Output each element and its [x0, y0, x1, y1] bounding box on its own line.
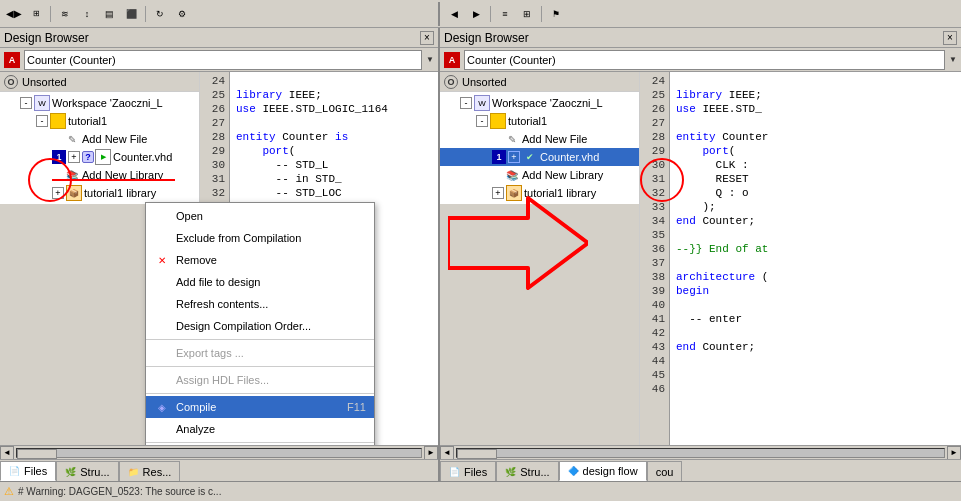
left-add-library-item[interactable]: 📚 Add New Library	[0, 166, 199, 184]
open-icon	[154, 208, 170, 224]
menu-compilation-order-label: Design Compilation Order...	[176, 320, 311, 332]
add-file-icon: ✎	[64, 131, 80, 147]
menu-add-label: Add file to design	[176, 276, 260, 288]
right-design-browser-header: Design Browser ×	[440, 28, 961, 48]
toolbar-btn-7[interactable]: ↻	[150, 4, 170, 24]
left-counter-vhd-label: Counter.vhd	[113, 151, 172, 163]
left-dropdown-row: A Counter (Counter) ▼	[0, 48, 438, 72]
menu-compilation-order[interactable]: Design Compilation Order...	[146, 315, 374, 337]
menu-export-tags-label: Export tags ...	[176, 347, 244, 359]
right-project-dropdown[interactable]: Counter (Counter)	[464, 50, 945, 70]
tab-structure-left[interactable]: 🌿 Stru...	[56, 461, 118, 481]
toolbar-btn-2[interactable]: ⊞	[26, 4, 46, 24]
expand-tutorial1-icon[interactable]: -	[36, 115, 48, 127]
menu-assign-hdl-label: Assign HDL Files...	[176, 374, 269, 386]
right-add-file-label: Add New File	[522, 133, 587, 145]
right-scroll-left[interactable]: ◄	[440, 446, 454, 460]
menu-exclude[interactable]: Exclude from Compilation	[146, 227, 374, 249]
left-panel: Design Browser × A Counter (Counter) ▼ O…	[0, 28, 440, 481]
left-library-item[interactable]: + 📦 tutorial1 library	[0, 184, 199, 202]
left-counter-vhd-item[interactable]: 1 + ? ▶ Counter.vhd	[0, 148, 199, 166]
right-workspace-item[interactable]: - W Workspace 'Zaoczni_L	[440, 94, 639, 112]
right-scroll-thumb[interactable]	[457, 449, 497, 459]
add-library-icon: 📚	[64, 167, 80, 183]
menu-compile[interactable]: ◈ Compile F11	[146, 396, 374, 418]
left-tree-header-label: Unsorted	[22, 76, 67, 88]
analyze-icon	[154, 421, 170, 437]
left-project-dropdown[interactable]: Counter (Counter)	[24, 50, 422, 70]
menu-open-label: Open	[176, 210, 203, 222]
menu-remove-label: Remove	[176, 254, 217, 266]
tab-res-left[interactable]: 📁 Res...	[119, 461, 181, 481]
menu-refresh-label: Refresh contents...	[176, 298, 268, 310]
menu-refresh[interactable]: Refresh contents...	[146, 293, 374, 315]
toolbar-btn-r2[interactable]: ▶	[466, 4, 486, 24]
status-text: # Warning: DAGGEN_0523: The source is c.…	[18, 486, 221, 497]
left-tutorial1-item[interactable]: - tutorial1	[0, 112, 199, 130]
right-counter-expand[interactable]: +	[508, 151, 520, 163]
menu-open[interactable]: Open	[146, 205, 374, 227]
toolbar-btn-6[interactable]: ⬛	[121, 4, 141, 24]
toolbar-btn-r1[interactable]: ◀	[444, 4, 464, 24]
left-workspace-label: Workspace 'Zaoczni_L	[52, 97, 163, 109]
toolbar-btn-r3[interactable]: ≡	[495, 4, 515, 24]
left-close-btn[interactable]: ×	[420, 31, 434, 45]
left-library-expand[interactable]: +	[52, 187, 64, 199]
right-num-badge: 1	[492, 150, 506, 164]
left-scroll-left[interactable]: ◄	[0, 446, 14, 460]
toolbar-btn-3[interactable]: ≋	[55, 4, 75, 24]
left-dropdown-arrow: ▼	[426, 55, 434, 64]
left-design-browser-header: Design Browser ×	[0, 28, 438, 48]
separator-4	[146, 442, 374, 443]
menu-add-to-design[interactable]: Add file to design	[146, 271, 374, 293]
tab-structure-left-icon: 🌿	[65, 467, 76, 477]
tab-files-right-icon: 📄	[449, 467, 460, 477]
compile-icon: ◈	[154, 399, 170, 415]
tab-files-left[interactable]: 📄 Files	[0, 461, 56, 481]
add-to-design-icon	[154, 274, 170, 290]
left-counter-expand[interactable]: +	[68, 151, 80, 163]
menu-compile-label: Compile	[176, 401, 216, 413]
expand-workspace-icon[interactable]: -	[20, 97, 32, 109]
right-counter-vhd-item[interactable]: 1 + ✔ Counter.vhd	[440, 148, 639, 166]
compilation-order-icon	[154, 318, 170, 334]
toolbar-btn-5[interactable]: ▤	[99, 4, 119, 24]
right-tree-header: O Unsorted	[440, 72, 639, 92]
tab-cou[interactable]: cou	[647, 461, 683, 481]
tab-files-left-icon: 📄	[9, 466, 20, 476]
tab-design-flow[interactable]: 🔷 design flow	[559, 461, 647, 481]
right-counter-icon: A	[444, 52, 460, 68]
right-workspace-icon: W	[474, 95, 490, 111]
tab-files-right[interactable]: 📄 Files	[440, 461, 496, 481]
right-close-btn[interactable]: ×	[943, 31, 957, 45]
right-scroll-track	[456, 448, 945, 458]
left-hscrollbar[interactable]: ◄ ►	[0, 445, 438, 459]
toolbar-btn-4[interactable]: ↕	[77, 4, 97, 24]
menu-analyze[interactable]: Analyze	[146, 418, 374, 440]
left-scroll-thumb[interactable]	[17, 449, 57, 459]
right-expand-tutorial1[interactable]: -	[476, 115, 488, 127]
left-counter-icon: A	[4, 52, 20, 68]
toolbar-btn-8[interactable]: ⚙	[172, 4, 192, 24]
menu-remove[interactable]: ✕ Remove	[146, 249, 374, 271]
left-question-badge: ?	[82, 151, 94, 163]
right-workspace-label: Workspace 'Zaoczni_L	[492, 97, 603, 109]
right-tutorial1-item[interactable]: - tutorial1	[440, 112, 639, 130]
tab-res-left-label: Res...	[143, 466, 172, 478]
export-tags-icon	[154, 345, 170, 361]
right-hscrollbar[interactable]: ◄ ►	[440, 445, 961, 459]
tab-structure-right[interactable]: 🌿 Stru...	[496, 461, 558, 481]
right-tree-header-icon: O	[444, 75, 458, 89]
toolbar-btn-r5[interactable]: ⚑	[546, 4, 566, 24]
toolbar-btn-r4[interactable]: ⊞	[517, 4, 537, 24]
left-scroll-right[interactable]: ►	[424, 446, 438, 460]
right-add-file-item[interactable]: ✎ Add New File	[440, 130, 639, 148]
assign-hdl-icon	[154, 372, 170, 388]
left-workspace-item[interactable]: - W Workspace 'Zaoczni_L	[0, 94, 199, 112]
right-scroll-right[interactable]: ►	[947, 446, 961, 460]
toolbar-btn-1[interactable]: ◀▶	[4, 4, 24, 24]
left-bottom-tabs: 📄 Files 🌿 Stru... 📁 Res...	[0, 459, 438, 481]
right-expand-workspace[interactable]: -	[460, 97, 472, 109]
left-add-file-item[interactable]: ✎ Add New File	[0, 130, 199, 148]
tab-files-left-label: Files	[24, 465, 47, 477]
